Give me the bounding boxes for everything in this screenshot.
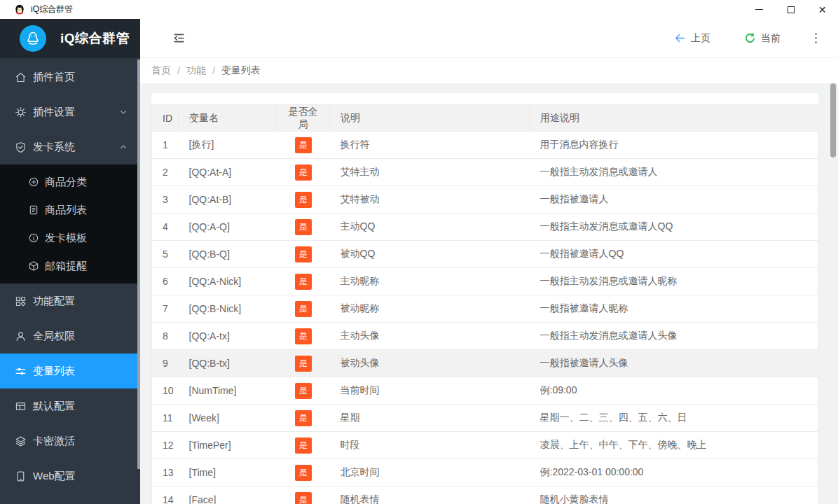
- cell-id: 13: [152, 459, 179, 486]
- sidebar-item-plugin-settings[interactable]: 插件设置: [0, 94, 140, 130]
- home-icon: [15, 71, 27, 83]
- cell-description: 主动头像: [330, 323, 530, 350]
- sidebar-item-label: 全局权限: [33, 330, 128, 343]
- cell-usage: 用于消息内容换行: [530, 132, 818, 159]
- sidebar-item-card-key-activation[interactable]: 卡密激活: [0, 424, 140, 458]
- circle-info-icon: [28, 232, 39, 244]
- cell-id: 2: [152, 159, 179, 186]
- breadcrumb-home[interactable]: 首页: [151, 64, 171, 77]
- global-yes-badge: 是: [295, 192, 312, 208]
- cell-description: 当前时间: [330, 377, 530, 405]
- sidebar-item-variable-list[interactable]: 变量列表: [0, 354, 140, 388]
- cell-variable-name: [QQ:A-Q]: [179, 214, 277, 241]
- cell-id: 3: [152, 186, 179, 214]
- content-scrollbar-thumb[interactable]: [830, 83, 836, 158]
- table-row: 11[Week]是星期星期一、二、三、四、五、六、日: [152, 405, 818, 432]
- layout-icon: [15, 400, 27, 412]
- close-button[interactable]: ✕: [806, 0, 838, 19]
- cell-usage: 一般指被邀请人昵称: [530, 295, 818, 323]
- global-yes-badge: 是: [295, 137, 312, 153]
- sidebar-item-web-config[interactable]: Web配置: [0, 458, 140, 493]
- sidebar-subitem-card-template[interactable]: 发卡模板: [0, 224, 140, 252]
- sidebar-menu: 插件首页 插件设置 发卡系统: [0, 58, 140, 504]
- refresh-icon: [744, 32, 756, 44]
- table-row: 2[QQ:At-A]是艾特主动一般指主动发消息或邀请人: [152, 159, 818, 186]
- arrow-left-icon: [674, 32, 686, 44]
- cell-is-global: 是: [277, 214, 330, 241]
- col-header-usage: 用途说明: [530, 105, 818, 132]
- cell-usage: 凌晨、上午、中午、下午、傍晚、晚上: [530, 432, 818, 459]
- col-header-description: 说明: [330, 105, 530, 132]
- table-card: ID 变量名 是否全局 说明 用途说明 1[换行]是换行符用于消息内容换行2[Q…: [151, 93, 818, 504]
- content-area: ID 变量名 是否全局 说明 用途说明 1[换行]是换行符用于消息内容换行2[Q…: [140, 83, 838, 504]
- global-yes-badge: 是: [295, 164, 312, 181]
- cell-usage: 一般指主动发消息或邀请人昵称: [530, 268, 818, 295]
- col-header-is-global: 是否全局: [277, 105, 330, 132]
- breadcrumb: 首页 / 功能 / 变量列表: [140, 58, 838, 83]
- cell-description: 换行符: [330, 132, 530, 159]
- cell-id: 5: [152, 241, 179, 268]
- cell-description: 主动昵称: [330, 268, 530, 295]
- cell-description: 被动头像: [330, 350, 530, 377]
- more-menu-icon[interactable]: [809, 30, 823, 47]
- cell-description: 星期: [330, 405, 530, 432]
- global-yes-badge: 是: [295, 328, 312, 344]
- cell-usage: 一般指主动发消息或邀请人QQ: [530, 214, 818, 241]
- prev-page-button[interactable]: 上页: [674, 32, 710, 45]
- sidebar-item-global-permission[interactable]: 全局权限: [0, 318, 140, 354]
- logo-penguin-icon: [20, 25, 46, 52]
- variable-table: ID 变量名 是否全局 说明 用途说明 1[换行]是换行符用于消息内容换行2[Q…: [151, 104, 818, 504]
- table-row: 1[换行]是换行符用于消息内容换行: [152, 132, 818, 159]
- sidebar-item-card-system[interactable]: 发卡系统: [0, 130, 140, 164]
- sidebar-subitem-mail-reminder[interactable]: 邮箱提醒: [0, 252, 140, 280]
- sidebar-item-label: 插件设置: [33, 106, 119, 119]
- global-yes-badge: 是: [295, 465, 312, 481]
- chevron-down-icon: [119, 108, 128, 116]
- cell-is-global: 是: [277, 405, 330, 432]
- cell-is-global: 是: [277, 377, 330, 405]
- cell-description: 主动QQ: [330, 214, 530, 241]
- table-header-row: ID 变量名 是否全局 说明 用途说明: [152, 105, 818, 132]
- cell-id: 11: [152, 405, 179, 432]
- col-header-id: ID: [152, 105, 179, 132]
- user-icon: [15, 330, 27, 342]
- table-row: 3[QQ:At-B]是艾特被动一般指被邀请人: [152, 186, 818, 214]
- cell-id: 12: [152, 432, 179, 459]
- sidebar-item-default-config[interactable]: 默认配置: [0, 388, 140, 424]
- refresh-current-button[interactable]: 当前: [744, 32, 781, 45]
- sidebar-collapse-icon[interactable]: [171, 31, 186, 46]
- cell-usage: 一般指主动发消息或邀请人: [530, 159, 818, 186]
- sliders-icon: [15, 365, 27, 377]
- topbar: 上页 当前: [140, 19, 838, 58]
- cell-variable-name: [NumTime]: [179, 377, 277, 405]
- minimize-button[interactable]: [743, 0, 775, 19]
- sidebar-item-label: 插件首页: [33, 71, 128, 84]
- card-system-submenu: 商品分类 商品列表 发卡模板: [0, 164, 140, 284]
- global-yes-badge: 是: [295, 246, 312, 262]
- cube-icon: [28, 260, 39, 272]
- breadcrumb-section[interactable]: 功能: [186, 64, 206, 77]
- qq-penguin-icon: [14, 4, 25, 15]
- cell-variable-name: [Week]: [179, 405, 277, 432]
- sidebar-subitem-product-category[interactable]: 商品分类: [0, 168, 140, 196]
- cell-is-global: 是: [277, 350, 330, 377]
- sidebar-subitem-label: 邮箱提醒: [45, 260, 87, 273]
- global-yes-badge: 是: [295, 219, 312, 235]
- table-row: 13[Time]是北京时间例:2022-03-01 00:00:00: [152, 459, 818, 486]
- sidebar-item-function-config[interactable]: 功能配置: [0, 284, 140, 318]
- global-yes-badge: 是: [295, 410, 312, 426]
- cell-description: 北京时间: [330, 459, 530, 486]
- sidebar-item-plugin-home[interactable]: 插件首页: [0, 59, 140, 94]
- cell-id: 6: [152, 268, 179, 295]
- cell-is-global: 是: [277, 295, 330, 323]
- cell-description: 被动昵称: [330, 295, 530, 323]
- maximize-button[interactable]: [775, 0, 806, 19]
- logo-text: iQ综合群管: [60, 29, 130, 48]
- cell-id: 9: [152, 350, 179, 377]
- cell-usage: 一般指主动发消息或邀请人头像: [530, 323, 818, 350]
- cell-usage: 一般指被邀请人头像: [530, 350, 818, 377]
- sidebar-subitem-label: 发卡模板: [45, 232, 87, 245]
- sidebar-subitem-product-list[interactable]: 商品列表: [0, 196, 140, 224]
- cell-is-global: 是: [277, 186, 330, 214]
- window-titlebar: iQ综合群管 ✕: [0, 0, 838, 19]
